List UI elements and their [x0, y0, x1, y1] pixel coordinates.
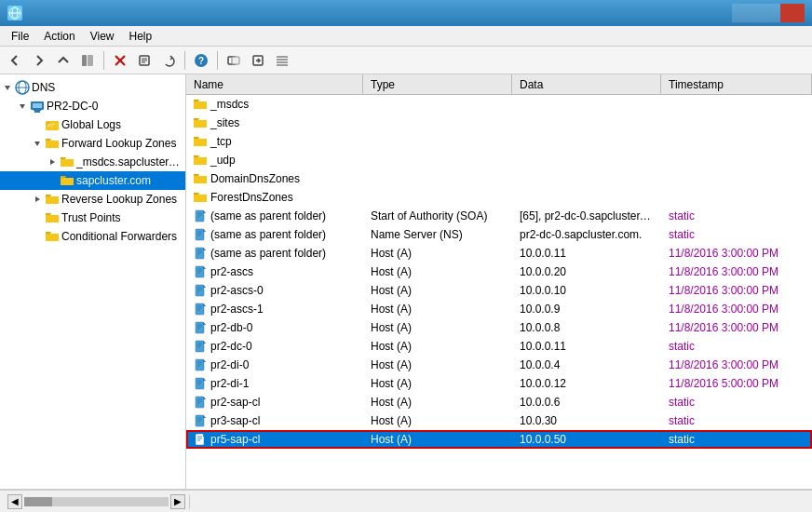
list-row[interactable]: pr5-sap-clHost (A)10.0.0.50static — [186, 430, 812, 449]
list-row[interactable]: pr2-sap-clHost (A)10.0.0.6static — [186, 393, 812, 411]
svg-rect-46 — [194, 157, 207, 165]
tree-expand-reverselookup[interactable] — [30, 192, 45, 207]
record-icon — [194, 284, 207, 297]
svg-rect-33 — [47, 126, 53, 127]
tree-item-reverselookup[interactable]: Reverse Lookup Zones — [0, 190, 185, 209]
scrollbar-thumb[interactable] — [24, 497, 52, 506]
col-header-type[interactable]: Type — [363, 74, 512, 94]
menu-action[interactable]: Action — [36, 28, 82, 45]
svg-rect-91 — [196, 341, 204, 352]
list-row[interactable]: _udp — [186, 151, 812, 169]
list-row[interactable]: _sites — [186, 114, 812, 132]
list-row[interactable]: pr2-di-1Host (A)10.0.0.1211/8/2016 5:00:… — [186, 374, 812, 393]
tree-item-msdcs[interactable]: _msdcs.sapcluster.co — [0, 153, 185, 171]
list-cell-name: pr2-sap-cl — [186, 396, 363, 409]
refresh-button[interactable] — [157, 49, 180, 72]
svg-rect-40 — [46, 196, 59, 204]
tree-expand-forwardlookup[interactable] — [30, 136, 45, 151]
list-cell-timestamp: static — [661, 340, 812, 353]
list-row[interactable]: pr2-ascs-1Host (A)10.0.0.911/8/2016 3:00… — [186, 300, 812, 318]
list-cell-type: Name Server (NS) — [363, 228, 512, 241]
delete-button[interactable] — [109, 49, 131, 72]
menu-help[interactable]: Help — [122, 28, 160, 45]
tree-item-forwardlookup[interactable]: Forward Lookup Zones — [0, 134, 185, 153]
col-header-timestamp[interactable]: Timestamp — [661, 74, 812, 94]
tree-expand-globallogs[interactable] — [30, 117, 45, 132]
list-row[interactable]: _tcp — [186, 132, 812, 151]
col-header-name[interactable]: Name — [186, 74, 363, 94]
menu-bar: File Action View Help — [0, 26, 812, 47]
toolbar-separator-2 — [184, 51, 185, 70]
forward-button[interactable] — [28, 49, 50, 72]
toolbar-separator-3 — [217, 51, 218, 70]
svg-text:?: ? — [198, 56, 204, 66]
list-row[interactable]: pr2-dc-0Host (A)10.0.0.11static — [186, 337, 812, 356]
tree-icon-forwardlookup — [45, 136, 60, 151]
list-cell-data: 10.0.0.4 — [512, 358, 661, 371]
maximize-button[interactable] — [756, 4, 780, 22]
list-cell-type: Host (A) — [363, 377, 512, 390]
tree-panel[interactable]: DNS PR2-DC-0 Global Logs Forward Lookup … — [0, 74, 186, 489]
list-rows[interactable]: _msdcs _sites _tcp _udp DomainDnsZones F… — [186, 95, 812, 489]
list-row[interactable]: pr2-di-0Host (A)10.0.0.411/8/2016 3:00:0… — [186, 356, 812, 374]
list-cell-data: 10.0.0.20 — [512, 265, 661, 278]
help-button[interactable]: ? — [190, 49, 212, 72]
list-cell-name: _msdcs — [186, 98, 363, 111]
list-row[interactable]: (same as parent folder)Host (A)10.0.0.11… — [186, 244, 812, 263]
list-row[interactable]: (same as parent folder)Name Server (NS)p… — [186, 225, 812, 244]
list-row[interactable]: pr2-ascs-0Host (A)10.0.0.1011/8/2016 3:0… — [186, 281, 812, 300]
tree-expand-sapcluster[interactable] — [45, 173, 60, 188]
tree-item-dns[interactable]: DNS — [0, 78, 185, 97]
list-cell-data: 10.0.0.12 — [512, 377, 661, 390]
tree-item-conditionalfwd[interactable]: Conditional Forwarders — [0, 227, 185, 246]
list-cell-timestamp: static — [661, 209, 812, 222]
export-button[interactable] — [223, 49, 245, 72]
import-button[interactable] — [247, 49, 269, 72]
list-cell-data: 10.0.0.11 — [512, 340, 661, 353]
tree-label-reverselookup: Reverse Lookup Zones — [61, 193, 177, 206]
scroll-left-button[interactable]: ◀ — [7, 494, 22, 509]
tree-expand-conditionalfwd[interactable] — [30, 229, 45, 244]
list-cell-timestamp: static — [661, 414, 812, 427]
menu-view[interactable]: View — [83, 28, 122, 45]
back-button[interactable] — [4, 49, 26, 72]
svg-rect-41 — [46, 215, 59, 222]
list-row[interactable]: (same as parent folder)Start of Authorit… — [186, 207, 812, 225]
record-icon — [194, 303, 207, 316]
list-row[interactable]: pr2-db-0Host (A)10.0.0.811/8/2016 3:00:0… — [186, 318, 812, 337]
list-row[interactable]: pr2-ascsHost (A)10.0.0.2011/8/2016 3:00:… — [186, 263, 812, 281]
list-cell-timestamp: 11/8/2016 3:00:00 PM — [661, 358, 812, 371]
tree-item-sapcluster[interactable]: sapcluster.com — [0, 171, 185, 190]
tree-expand-dns[interactable] — [0, 80, 15, 95]
tree-item-pr2dc0[interactable]: PR2-DC-0 — [0, 97, 185, 115]
list-view-button[interactable] — [271, 49, 293, 72]
show-tree-button[interactable] — [76, 49, 99, 72]
tree-expand-msdcs[interactable] — [45, 155, 60, 169]
window-controls[interactable] — [732, 4, 805, 22]
scroll-right-button[interactable]: ▶ — [170, 494, 185, 509]
list-cell-type: Host (A) — [363, 247, 512, 260]
tree-expand-trustpoints[interactable] — [30, 210, 45, 225]
svg-rect-49 — [196, 210, 204, 222]
list-cell-name: _udp — [186, 154, 363, 167]
tree-icon-msdcs — [60, 155, 74, 169]
tree-item-trustpoints[interactable]: Trust Points — [0, 209, 185, 227]
col-header-data[interactable]: Data — [512, 74, 661, 94]
list-cell-data: 10.0.0.8 — [512, 321, 661, 334]
list-row[interactable]: _msdcs — [186, 95, 812, 114]
list-row[interactable]: pr3-sap-clHost (A)10.0.30static — [186, 411, 812, 430]
properties-button[interactable] — [133, 49, 156, 72]
tree-item-globallogs[interactable]: Global Logs — [0, 115, 185, 134]
list-cell-type: Start of Authority (SOA) — [363, 209, 512, 222]
tree-label-trustpoints: Trust Points — [61, 211, 121, 224]
minimize-button[interactable] — [732, 4, 756, 22]
list-cell-name: pr2-ascs-0 — [186, 284, 363, 297]
list-cell-data: 10.0.0.50 — [512, 433, 661, 446]
horizontal-scrollbar[interactable] — [24, 497, 169, 506]
list-row[interactable]: DomainDnsZones — [186, 169, 812, 188]
tree-expand-pr2dc0[interactable] — [15, 99, 30, 114]
list-row[interactable]: ForestDnsZones — [186, 188, 812, 207]
close-button[interactable] — [780, 4, 805, 22]
menu-file[interactable]: File — [4, 28, 36, 45]
up-button[interactable] — [52, 49, 74, 72]
